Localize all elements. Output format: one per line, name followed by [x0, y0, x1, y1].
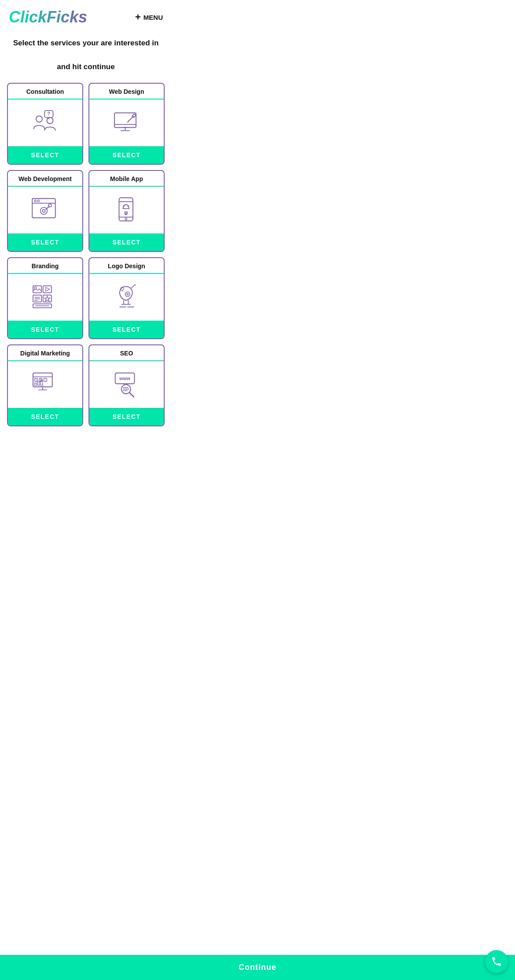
service-card-logo-design[interactable]: Logo Design: [88, 257, 165, 339]
svg-text:www: www: [119, 376, 130, 381]
svg-point-15: [40, 207, 47, 214]
svg-point-13: [34, 200, 36, 201]
service-title-web-design: Web Design: [89, 84, 164, 100]
web-design-icon: [89, 100, 164, 146]
web-development-icon: [8, 187, 82, 233]
svg-rect-29: [33, 295, 41, 302]
svg-text:?: ?: [47, 111, 50, 116]
select-digital-marketing-button[interactable]: SELECT: [8, 408, 82, 425]
svg-rect-56: [34, 383, 36, 385]
svg-point-14: [37, 200, 39, 201]
svg-point-18: [48, 204, 52, 207]
svg-point-16: [42, 209, 45, 212]
seo-icon: www: [89, 361, 164, 408]
service-title-seo: SEO: [89, 345, 164, 361]
svg-rect-57: [37, 381, 39, 385]
menu-plus-icon: +: [135, 11, 141, 23]
menu-button[interactable]: + MENU: [135, 11, 163, 23]
select-consultation-button[interactable]: SELECT: [8, 146, 82, 164]
svg-text:i: i: [45, 379, 45, 381]
logo: ClickFicks: [9, 8, 87, 26]
service-card-web-design[interactable]: Web Design SELECT: [88, 83, 165, 165]
svg-point-22: [125, 218, 127, 220]
consultation-icon: ?: [8, 100, 82, 146]
service-title-web-development: Web Development: [8, 171, 82, 187]
menu-label: MENU: [143, 14, 163, 21]
svg-rect-26: [33, 285, 41, 292]
service-card-consultation[interactable]: Consultation ? SELECT: [7, 83, 83, 165]
header: ClickFicks + MENU: [0, 0, 172, 31]
page-subtitle: Select the services your are interested …: [0, 31, 172, 83]
digital-marketing-icon: f i: [8, 361, 82, 408]
service-title-digital-marketing: Digital Marketing: [8, 345, 82, 361]
service-card-seo[interactable]: SEO www SELECT: [88, 344, 165, 426]
mobile-app-icon: [89, 187, 164, 233]
service-title-branding: Branding: [8, 258, 82, 274]
select-seo-button[interactable]: SELECT: [89, 408, 164, 425]
svg-point-39: [125, 292, 130, 296]
svg-point-40: [127, 293, 129, 295]
select-web-development-button[interactable]: SELECT: [8, 233, 82, 251]
svg-point-0: [36, 116, 42, 122]
branding-icon: [8, 274, 82, 321]
select-mobile-app-button[interactable]: SELECT: [89, 233, 164, 251]
service-card-mobile-app[interactable]: Mobile App SELECT: [88, 170, 165, 252]
select-logo-design-button[interactable]: SELECT: [89, 321, 164, 338]
service-card-branding[interactable]: Branding: [7, 257, 83, 339]
svg-point-1: [47, 117, 53, 123]
svg-text:f: f: [36, 379, 37, 381]
service-card-digital-marketing[interactable]: Digital Marketing f i: [7, 344, 83, 426]
logo-design-icon: [89, 274, 164, 321]
select-branding-button[interactable]: SELECT: [8, 321, 82, 338]
service-card-web-development[interactable]: Web Development SELECT: [7, 170, 83, 252]
svg-rect-28: [43, 285, 51, 292]
service-title-consultation: Consultation: [8, 84, 82, 100]
service-title-logo-design: Logo Design: [89, 258, 164, 274]
svg-line-62: [129, 392, 134, 397]
services-grid: Consultation ? SELECT Web Design: [0, 83, 172, 470]
svg-line-36: [131, 285, 134, 288]
select-web-design-button[interactable]: SELECT: [89, 146, 164, 164]
service-title-mobile-app: Mobile App: [89, 171, 164, 187]
svg-rect-10: [132, 114, 136, 118]
